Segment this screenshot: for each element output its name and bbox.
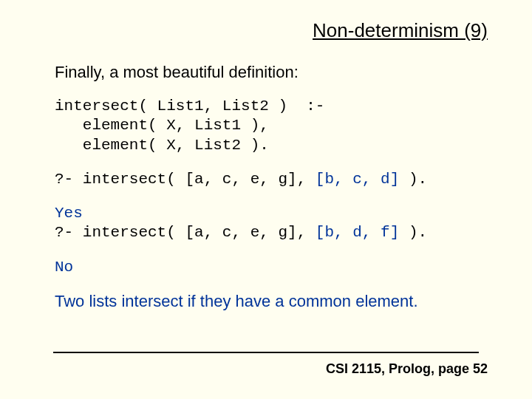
code-result-1: Yes: [55, 204, 502, 223]
code-definition: intersect( List1, List2 ) :- element( X,…: [55, 97, 502, 155]
query2-arg2: [b, d, f]: [316, 224, 399, 241]
footer-text: CSI 2115, Prolog, page 52: [326, 361, 488, 377]
code-result-2: No: [55, 258, 502, 277]
query1-prefix: ?- intersect( [a, c, e, g],: [55, 171, 316, 188]
query1-arg2: [b, c, d]: [316, 171, 399, 188]
code-query-1: ?- intersect( [a, c, e, g], [b, c, d] ).: [55, 170, 502, 189]
slide: Non-determinism (9) Finally, a most beau…: [0, 0, 532, 399]
result2: No: [55, 259, 73, 276]
code-query-2: ?- intersect( [a, c, e, g], [b, d, f] ).: [55, 223, 502, 242]
query1-suffix: ).: [399, 171, 427, 188]
query2-prefix: ?- intersect( [a, c, e, g],: [55, 224, 316, 241]
result1: Yes: [55, 205, 83, 222]
divider: [53, 352, 479, 353]
query2-suffix: ).: [399, 224, 427, 241]
conclusion-text: Two lists intersect if they have a commo…: [55, 292, 502, 311]
intro-text: Finally, a most beautiful definition:: [55, 63, 502, 82]
slide-title: Non-determinism (9): [30, 19, 488, 42]
